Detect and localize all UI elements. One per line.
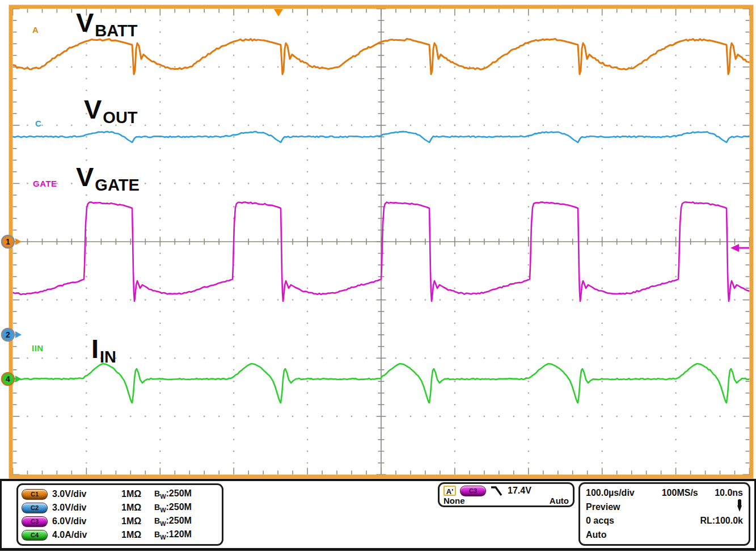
channel-impedance: 1MΩ: [121, 489, 154, 499]
resolution-value: 10.0ns: [715, 488, 743, 498]
channel-scale: 4.0A/div: [52, 530, 121, 540]
bw-value: :250M: [166, 502, 192, 512]
trigger-level-value: 17.4V: [508, 486, 531, 496]
channel-badge-c4[interactable]: C4: [22, 530, 48, 541]
annotation-vout: VOUT: [84, 96, 137, 123]
bw-sub: W: [160, 493, 166, 500]
acquisition-mode: Auto: [586, 530, 606, 540]
annotation-iin: IIN: [91, 335, 115, 362]
oscilloscope-screen: 1 2 4 A C GATE IIN VBATT VOUT VGATE IIN …: [0, 0, 756, 552]
sample-rate-value: 100MS/s: [662, 488, 698, 498]
scope-graticule-svg: 1 2 4: [0, 0, 756, 552]
channel-row-c1: C1 3.0V/div 1MΩ BW:250M: [22, 487, 218, 501]
trigger-mode: Auto: [550, 496, 569, 505]
annotation-main: V: [76, 7, 94, 37]
svg-text:1: 1: [6, 237, 10, 246]
channel-settings-box[interactable]: C1 3.0V/div 1MΩ BW:250M C2 3.0V/div 1MΩ …: [16, 483, 223, 546]
bw-value: :120M: [166, 529, 192, 539]
channel-bandwidth: BW:120M: [154, 529, 218, 541]
trigger-source-badge[interactable]: A': [444, 486, 456, 496]
horizontal-row-status: Preview: [586, 500, 743, 514]
trace-tag-iin: IIN: [32, 343, 44, 353]
bw-prefix: B: [154, 489, 160, 498]
trigger-row-settings: A' C3 17.4V: [444, 485, 569, 496]
trigger-level-marker[interactable]: [730, 244, 749, 252]
channel-position-marker-c2[interactable]: 2: [2, 328, 22, 341]
annotation-main: I: [91, 334, 99, 364]
trigger-readout-box[interactable]: A' C3 17.4V None Auto: [438, 482, 575, 507]
trigger-row-mode: None Auto: [444, 496, 569, 505]
trace-tag-vout: C: [35, 119, 41, 128]
channel-bandwidth: BW:250M: [154, 516, 218, 527]
channel-impedance: 1MΩ: [121, 503, 154, 513]
horizontal-row-timebase: 100.0µs/div 100MS/s 10.0ns: [586, 486, 743, 500]
timebase-value: 100.0µs/div: [586, 488, 635, 498]
bw-value: :250M: [166, 488, 192, 498]
annotation-sub: GATE: [95, 176, 139, 194]
annotation-sub: OUT: [103, 108, 137, 127]
readout-bar-left-edge: [0, 479, 2, 551]
horizontal-readout-box[interactable]: 100.0µs/div 100MS/s 10.0ns Preview 0 acq…: [578, 482, 750, 546]
annotation-main: V: [84, 94, 102, 124]
channel-scale: 3.0V/div: [52, 503, 121, 513]
annotation-sub: IN: [100, 348, 116, 366]
bw-prefix: B: [154, 516, 160, 525]
bw-prefix: B: [154, 530, 160, 539]
channel-row-c2: C2 3.0V/div 1MΩ BW:250M: [22, 501, 218, 515]
svg-text:4: 4: [6, 374, 10, 384]
trigger-position-marker[interactable]: [274, 9, 283, 16]
channel-badge-c3[interactable]: C3: [22, 516, 48, 527]
trigger-channel-badge[interactable]: C3: [460, 486, 486, 496]
annotation-vgate: VGATE: [76, 163, 138, 190]
channel-position-marker-c1[interactable]: 1: [2, 235, 22, 248]
channel-impedance: 1MΩ: [121, 516, 154, 526]
channel-scale: 3.0V/div: [52, 489, 121, 499]
readout-bar-top-divider: [0, 479, 756, 481]
channel-impedance: 1MΩ: [121, 530, 154, 540]
trace-tag-vbatt: A: [32, 25, 39, 35]
channel-position-marker-c4[interactable]: 4: [2, 373, 22, 385]
bw-sub: W: [160, 520, 166, 527]
channel-bandwidth: BW:250M: [154, 502, 218, 513]
record-length: RL:100.0k: [700, 516, 743, 526]
acquisition-count: 0 acqs: [586, 516, 614, 526]
svg-text:2: 2: [6, 330, 10, 339]
horizontal-row-acqs: 0 acqs RL:100.0k: [586, 514, 743, 528]
graticule-grid: [13, 9, 750, 475]
bw-sub: W: [160, 534, 166, 541]
channel-scale: 6.0V/div: [52, 516, 121, 526]
horizontal-row-mode: Auto: [586, 528, 743, 542]
channel-row-c3: C3 6.0V/div 1MΩ BW:250M: [22, 515, 218, 528]
bw-value: :250M: [166, 516, 192, 525]
channel-badge-c1[interactable]: C1: [22, 489, 48, 500]
annotation-main: V: [76, 162, 94, 192]
bw-sub: W: [160, 507, 166, 513]
sample-point-icon: [736, 499, 743, 515]
falling-edge-icon: [490, 485, 504, 496]
bw-prefix: B: [154, 503, 160, 512]
channel-badge-c2[interactable]: C2: [22, 503, 48, 513]
readout-bar-bottom-divider: [0, 548, 756, 551]
channel-row-c4: C4 4.0A/div 1MΩ BW:120M: [22, 528, 218, 542]
annotation-sub: BATT: [95, 22, 137, 40]
annotation-vbatt: VBATT: [76, 9, 137, 36]
channel-bandwidth: BW:250M: [154, 488, 218, 500]
trace-tag-vgate: GATE: [33, 179, 57, 188]
trigger-holdoff: None: [444, 496, 465, 505]
acquisition-status: Preview: [586, 502, 620, 512]
